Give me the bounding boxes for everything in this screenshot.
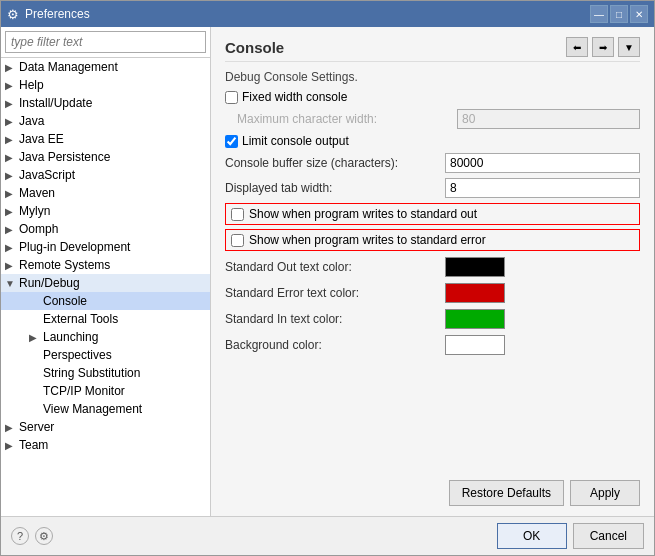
- std-out-color-swatch[interactable]: [445, 257, 505, 277]
- tree-item-label: Maven: [19, 186, 206, 200]
- expand-arrow: ▶: [5, 206, 19, 217]
- preferences-window: ⚙ Preferences — □ ✕ ▶ Data Management ▶ …: [0, 0, 655, 556]
- max-char-width-input[interactable]: [457, 109, 640, 129]
- sidebar-item-console[interactable]: Console: [1, 292, 210, 310]
- tree-item-label: Java: [19, 114, 206, 128]
- sidebar-item-java-persistence[interactable]: ▶ Java Persistence: [1, 148, 210, 166]
- tree-item-label: Server: [19, 420, 206, 434]
- max-char-width-label: Maximum character width:: [237, 112, 457, 126]
- limit-output-label[interactable]: Limit console output: [225, 134, 349, 148]
- title-controls: — □ ✕: [590, 5, 648, 23]
- sidebar-item-install-update[interactable]: ▶ Install/Update: [1, 94, 210, 112]
- limit-output-checkbox[interactable]: [225, 135, 238, 148]
- tree-item-label: String Substitution: [43, 366, 206, 380]
- std-out-color-label: Standard Out text color:: [225, 260, 445, 274]
- restore-defaults-button[interactable]: Restore Defaults: [449, 480, 564, 506]
- panel-title-row: Console ⬅ ➡ ▼: [225, 37, 640, 62]
- sidebar-item-help[interactable]: ▶ Help: [1, 76, 210, 94]
- std-error-color-swatch[interactable]: [445, 283, 505, 303]
- show-std-error-row: Show when program writes to standard err…: [225, 229, 640, 251]
- fixed-width-label[interactable]: Fixed width console: [225, 90, 347, 104]
- expand-arrow: ▶: [29, 332, 43, 343]
- sidebar-item-run-debug[interactable]: ▼ Run/Debug: [1, 274, 210, 292]
- sidebar-item-javascript[interactable]: ▶ JavaScript: [1, 166, 210, 184]
- std-error-color-row: Standard Error text color:: [225, 283, 640, 303]
- tree-item-label: Java EE: [19, 132, 206, 146]
- expand-arrow: ▶: [5, 170, 19, 181]
- show-std-out-checkbox[interactable]: [231, 208, 244, 221]
- fixed-width-checkbox[interactable]: [225, 91, 238, 104]
- sidebar-item-launching[interactable]: ▶ Launching: [1, 328, 210, 346]
- tree-item-label: Plug-in Development: [19, 240, 206, 254]
- limit-output-row: Limit console output: [225, 134, 640, 148]
- tree-area: ▶ Data Management ▶ Help ▶ Install/Updat…: [1, 58, 210, 516]
- minimize-button[interactable]: —: [590, 5, 608, 23]
- sidebar-item-view-management[interactable]: View Management: [1, 400, 210, 418]
- expand-arrow: ▶: [5, 134, 19, 145]
- sidebar-item-perspectives[interactable]: Perspectives: [1, 346, 210, 364]
- expand-arrow: ▼: [5, 278, 19, 289]
- maximize-button[interactable]: □: [610, 5, 628, 23]
- show-std-error-label: Show when program writes to standard err…: [249, 233, 486, 247]
- sidebar-item-mylyn[interactable]: ▶ Mylyn: [1, 202, 210, 220]
- std-error-color-label: Standard Error text color:: [225, 286, 445, 300]
- tree-item-label: Data Management: [19, 60, 206, 74]
- buffer-size-input[interactable]: [445, 153, 640, 173]
- sidebar-item-tcp-ip-monitor[interactable]: TCP/IP Monitor: [1, 382, 210, 400]
- tree-item-label: Oomph: [19, 222, 206, 236]
- expand-arrow: ▶: [5, 116, 19, 127]
- apply-button[interactable]: Apply: [570, 480, 640, 506]
- sidebar-item-remote-systems[interactable]: ▶ Remote Systems: [1, 256, 210, 274]
- tab-width-input[interactable]: [445, 178, 640, 198]
- sidebar-item-data-management[interactable]: ▶ Data Management: [1, 58, 210, 76]
- nav-back-button[interactable]: ⬅: [566, 37, 588, 57]
- std-in-color-label: Standard In text color:: [225, 312, 445, 326]
- tree-item-label: External Tools: [43, 312, 206, 326]
- panel-nav: ⬅ ➡ ▼: [566, 37, 640, 57]
- show-std-error-checkbox[interactable]: [231, 234, 244, 247]
- tree-item-label: Run/Debug: [19, 276, 206, 290]
- background-color-swatch[interactable]: [445, 335, 505, 355]
- expand-arrow: ▶: [5, 188, 19, 199]
- close-button[interactable]: ✕: [630, 5, 648, 23]
- bottom-bar: ? ⚙ OK Cancel: [1, 516, 654, 555]
- window-title: Preferences: [25, 7, 90, 21]
- settings-icon-button[interactable]: ⚙: [35, 527, 53, 545]
- tab-width-label: Displayed tab width:: [225, 181, 445, 195]
- sidebar-item-team[interactable]: ▶ Team: [1, 436, 210, 454]
- cancel-button[interactable]: Cancel: [573, 523, 644, 549]
- expand-arrow: ▶: [5, 260, 19, 271]
- sidebar-item-server[interactable]: ▶ Server: [1, 418, 210, 436]
- limit-output-text: Limit console output: [242, 134, 349, 148]
- ok-button[interactable]: OK: [497, 523, 567, 549]
- max-char-width-row: Maximum character width:: [225, 109, 640, 129]
- expand-arrow: ▶: [5, 62, 19, 73]
- background-color-row: Background color:: [225, 335, 640, 355]
- filter-box: [1, 27, 210, 58]
- sidebar-item-plugin-development[interactable]: ▶ Plug-in Development: [1, 238, 210, 256]
- help-icon-button[interactable]: ?: [11, 527, 29, 545]
- sidebar-item-maven[interactable]: ▶ Maven: [1, 184, 210, 202]
- window-icon: ⚙: [7, 7, 19, 22]
- tree-item-label: View Management: [43, 402, 206, 416]
- sidebar-item-oomph[interactable]: ▶ Oomph: [1, 220, 210, 238]
- fixed-width-row: Fixed width console: [225, 90, 640, 104]
- tree-item-label: Install/Update: [19, 96, 206, 110]
- sidebar-item-string-substitution[interactable]: String Substitution: [1, 364, 210, 382]
- std-in-color-swatch[interactable]: [445, 309, 505, 329]
- std-out-color-row: Standard Out text color:: [225, 257, 640, 277]
- sidebar-item-java[interactable]: ▶ Java: [1, 112, 210, 130]
- nav-forward-button[interactable]: ➡: [592, 37, 614, 57]
- filter-input[interactable]: [5, 31, 206, 53]
- expand-arrow: ▶: [5, 152, 19, 163]
- buffer-size-row: Console buffer size (characters):: [225, 153, 640, 173]
- sidebar-item-java-ee[interactable]: ▶ Java EE: [1, 130, 210, 148]
- tree-item-label: Console: [43, 294, 206, 308]
- sidebar-item-external-tools[interactable]: External Tools: [1, 310, 210, 328]
- title-bar: ⚙ Preferences — □ ✕: [1, 1, 654, 27]
- nav-dropdown-button[interactable]: ▼: [618, 37, 640, 57]
- left-panel: ▶ Data Management ▶ Help ▶ Install/Updat…: [1, 27, 211, 516]
- settings-section-title: Debug Console Settings.: [225, 70, 640, 84]
- expand-arrow: ▶: [5, 80, 19, 91]
- std-in-color-row: Standard In text color:: [225, 309, 640, 329]
